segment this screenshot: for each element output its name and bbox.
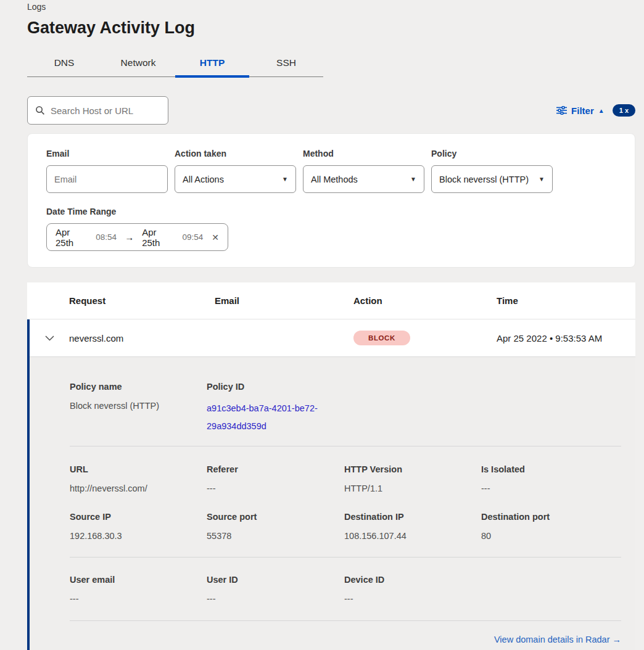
chevron-down-icon[interactable] [30, 335, 69, 341]
filter-sliders-icon [556, 106, 567, 115]
destination-ip-label: Destination IP [344, 512, 481, 522]
request-cell: neverssl.com [69, 333, 215, 344]
policy-field: Policy Block neverssl (HTTP) ▼ [431, 149, 553, 193]
destination-port-label: Destination port [481, 512, 621, 522]
status-badge: BLOCK [353, 331, 410, 345]
policy-id-label: Policy ID [207, 382, 344, 392]
page: Logs Gateway Activity Log DNS Network HT… [0, 0, 644, 650]
destination-ip-item: Destination IP 108.156.107.44 [344, 512, 481, 542]
policy-name-item: Policy name Block neverssl (HTTP) [70, 382, 207, 435]
filter-panel: Email Action taken All Actions ▼ Method … [27, 133, 635, 268]
user-id-item: User ID --- [207, 575, 344, 605]
is-isolated-label: Is Isolated [481, 464, 621, 475]
tab-bar: DNS Network HTTP SSH [27, 51, 323, 77]
view-in-radar-link[interactable]: View domain details in Radar → [494, 635, 621, 644]
tab-http[interactable]: HTTP [175, 51, 249, 76]
col-header-action: Action [353, 295, 497, 306]
end-date: Apr 25th [142, 227, 176, 248]
is-isolated-value: --- [481, 482, 621, 495]
user-id-label: User ID [207, 575, 344, 585]
user-section: User email --- User ID --- Device ID --- [70, 575, 621, 605]
search-icon [35, 105, 45, 115]
http-version-value: HTTP/1.1 [344, 482, 481, 495]
method-field: Method All Methods ▼ [303, 149, 424, 193]
user-email-item: User email --- [70, 575, 207, 605]
device-id-value: --- [344, 593, 481, 605]
destination-port-item: Destination port 80 [481, 512, 621, 542]
time-cell: Apr 25 2022 • 9:53:53 AM [497, 333, 635, 344]
row-details-panel: Policy name Block neverssl (HTTP) Policy… [30, 356, 635, 650]
user-email-value: --- [70, 593, 207, 605]
referer-item: Referer --- [207, 464, 344, 495]
action-taken-label: Action taken [175, 149, 296, 159]
source-ip-value: 192.168.30.3 [70, 530, 207, 542]
http-version-label: HTTP Version [344, 464, 481, 475]
start-time: 08:54 [96, 232, 117, 242]
caret-up-icon: ▲ [598, 107, 605, 114]
caret-down-icon: ▼ [410, 176, 416, 183]
action-taken-value: All Actions [183, 175, 224, 184]
tab-network[interactable]: Network [101, 51, 175, 76]
divider [70, 557, 621, 557]
is-isolated-item: Is Isolated --- [481, 464, 621, 495]
clear-date-range-icon[interactable]: ✕ [212, 232, 219, 242]
toolbar: Filter ▲ 1 x [27, 96, 635, 125]
email-filter-label: Email [46, 149, 168, 159]
policy-id-item: Policy ID a91c3eb4-ba7a-4201-be72-29a934… [207, 382, 344, 435]
source-ip-item: Source IP 192.168.30.3 [70, 512, 207, 542]
search-box[interactable] [27, 96, 168, 125]
http-version-item: HTTP Version HTTP/1.1 [344, 464, 481, 495]
network-section: Source IP 192.168.30.3 Source port 55378… [70, 512, 621, 542]
destination-port-value: 80 [481, 530, 621, 542]
action-cell: BLOCK [353, 331, 497, 345]
device-id-item: Device ID --- [344, 575, 481, 605]
page-title: Gateway Activity Log [27, 18, 635, 38]
url-value: http://neverssl.com/ [70, 482, 207, 495]
method-select[interactable]: All Methods ▼ [303, 165, 424, 193]
policy-value: Block neverssl (HTTP) [439, 175, 529, 184]
divider [70, 446, 621, 446]
arrow-right-icon: → [125, 232, 134, 242]
source-ip-label: Source IP [70, 512, 207, 522]
tab-dns[interactable]: DNS [27, 51, 101, 76]
source-port-label: Source port [207, 512, 344, 522]
caret-down-icon: ▼ [282, 176, 288, 183]
method-label: Method [303, 149, 424, 159]
search-input[interactable] [51, 105, 173, 116]
breadcrumb: Logs [27, 2, 635, 12]
policy-name-value: Block neverssl (HTTP) [70, 400, 207, 412]
divider [70, 620, 621, 621]
user-id-value: --- [207, 593, 344, 605]
col-header-email: Email [215, 295, 353, 306]
date-range-field: Date Time Range Apr 25th 08:54 → Apr 25t… [46, 207, 616, 251]
source-port-value: 55378 [207, 530, 344, 542]
start-date: Apr 25th [56, 227, 90, 248]
tab-ssh[interactable]: SSH [249, 51, 323, 76]
policy-section: Policy name Block neverssl (HTTP) Policy… [70, 382, 621, 435]
arrow-right-icon: → [613, 635, 622, 644]
device-id-label: Device ID [344, 575, 481, 585]
method-value: All Methods [311, 175, 358, 184]
destination-ip-value: 108.156.107.44 [344, 530, 481, 542]
policy-label: Policy [431, 149, 553, 159]
radar-link-text: View domain details in Radar [494, 635, 610, 644]
policy-select[interactable]: Block neverssl (HTTP) ▼ [431, 165, 553, 193]
url-item: URL http://neverssl.com/ [70, 464, 207, 495]
caret-down-icon: ▼ [539, 176, 545, 183]
filter-label: Filter [571, 105, 594, 116]
source-port-item: Source port 55378 [207, 512, 344, 542]
referer-label: Referer [207, 464, 344, 475]
table-row[interactable]: neverssl.com BLOCK Apr 25 2022 • 9:53:53… [30, 319, 635, 356]
end-time: 09:54 [182, 232, 203, 242]
filter-count-badge[interactable]: 1 x [613, 104, 635, 117]
policy-name-label: Policy name [70, 382, 207, 392]
policy-id-link[interactable]: a91c3eb4-ba7a-4201-be72-29a934dd359d [207, 400, 325, 435]
email-filter-input[interactable] [46, 165, 168, 193]
table-header-row: Request Email Action Time [27, 282, 635, 319]
date-range-picker[interactable]: Apr 25th 08:54 → Apr 25th 09:54 ✕ [46, 223, 228, 251]
url-section: URL http://neverssl.com/ Referer --- HTT… [70, 464, 621, 495]
filter-toggle[interactable]: Filter ▲ 1 x [556, 104, 635, 117]
referer-value: --- [207, 482, 344, 495]
action-taken-select[interactable]: All Actions ▼ [175, 165, 296, 193]
activity-table: Request Email Action Time neverssl.com B… [27, 282, 635, 650]
